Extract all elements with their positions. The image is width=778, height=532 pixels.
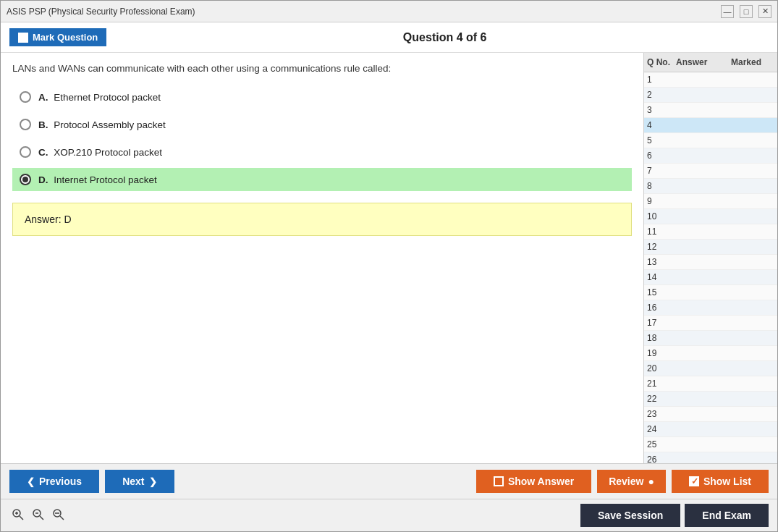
sidebar-row-marked [731,303,774,313]
sidebar-row-answer [676,166,731,176]
option-c-row[interactable]: C. XOP.210 Protocol packet [12,140,632,164]
zoom-reset-button[interactable] [30,506,46,525]
minimize-button[interactable]: — [721,5,734,18]
sidebar-row[interactable]: 24 [644,422,777,437]
zoom-in-button[interactable] [9,506,25,525]
end-exam-button[interactable]: End Exam [685,504,769,527]
show-answer-checkbox-icon [494,476,504,486]
sidebar-row-num: 12 [647,242,676,252]
sidebar-row[interactable]: 23 [644,407,777,422]
sidebar-row-num: 23 [647,409,676,419]
sidebar-row-answer [676,394,731,404]
sidebar-row[interactable]: 12 [644,240,777,255]
sidebar-row-num: 19 [647,348,676,358]
main-body: LANs and WANs can communicate with each … [1,53,777,463]
sidebar-row-answer [676,90,731,100]
review-dot-icon: ● [648,476,654,487]
sidebar-row[interactable]: 22 [644,392,777,407]
show-list-button[interactable]: Show List [672,470,769,493]
question-title: Question 4 of 6 [121,31,769,44]
previous-label: Previous [39,476,82,487]
sidebar-row-marked [731,394,774,404]
sidebar-row-num: 13 [647,257,676,267]
maximize-button[interactable]: □ [740,5,753,18]
question-panel: LANs and WANs can communicate with each … [1,53,643,463]
sidebar-row[interactable]: 20 [644,361,777,376]
option-b-radio [20,119,31,130]
sidebar-row-marked [731,272,774,282]
next-button[interactable]: Next ❯ [105,470,174,493]
sidebar-row[interactable]: 19 [644,346,777,361]
save-session-button[interactable]: Save Session [580,504,680,527]
sidebar-row[interactable]: 8 [644,179,777,194]
sidebar-row-num: 20 [647,363,676,373]
sidebar-col-qno: Q No. [647,57,676,67]
option-b-row[interactable]: B. Protocol Assembly packet [12,113,632,136]
zoom-reset-icon [31,507,44,520]
svg-line-1 [20,516,23,520]
sidebar-row-answer [676,363,731,373]
sidebar-row-num: 21 [647,379,676,389]
sidebar-row[interactable]: 9 [644,194,777,209]
option-a-text: Ethernet Protocol packet [54,92,161,103]
sidebar-row-num: 22 [647,394,676,404]
sidebar-row-answer [676,105,731,115]
sidebar-row-answer [676,211,731,221]
sidebar-row[interactable]: 15 [644,285,777,300]
sidebar-row[interactable]: 26 [644,452,777,463]
sidebar-row[interactable]: 14 [644,270,777,285]
sidebar-row[interactable]: 18 [644,331,777,346]
sidebar-row-answer [676,257,731,267]
sidebar-row-num: 26 [647,455,676,463]
sidebar-row-num: 17 [647,318,676,328]
sidebar-row-answer [676,348,731,358]
option-d-text: Internet Protocol packet [54,174,157,185]
sidebar-row-answer [676,439,731,449]
sidebar-row-num: 24 [647,424,676,434]
sidebar-row[interactable]: 1 [644,72,777,88]
sidebar-row-marked [731,242,774,252]
mark-question-button[interactable]: Mark Question [9,28,106,46]
close-button[interactable]: ✕ [758,5,771,18]
option-b-letter: B. [38,119,48,130]
previous-button[interactable]: ❮ Previous [9,470,99,493]
option-d-radio [20,174,31,185]
sidebar-row-answer [676,409,731,419]
zoom-out-button[interactable] [50,506,66,525]
window-title: ASIS PSP (Physical Security Professional… [7,7,195,17]
sidebar-row-num: 16 [647,303,676,313]
review-button[interactable]: Review ● [597,470,666,493]
answer-box: Answer: D [12,203,632,236]
show-list-label: Show List [703,476,751,487]
sidebar-row[interactable]: 11 [644,224,777,240]
footer-nav-bar: ❮ Previous Next ❯ Show Answer Review ● S… [1,463,777,499]
sidebar-row-marked [731,181,774,191]
sidebar-row[interactable]: 21 [644,376,777,392]
show-answer-button[interactable]: Show Answer [476,470,591,493]
sidebar-rows: 1 2 3 4 5 6 7 8 [644,72,777,463]
sidebar-row[interactable]: 13 [644,255,777,270]
option-a-radio [20,91,31,103]
sidebar-row[interactable]: 16 [644,300,777,316]
sidebar-row[interactable]: 17 [644,316,777,331]
sidebar-row[interactable]: 3 [644,103,777,118]
sidebar-row[interactable]: 7 [644,164,777,179]
option-b-text: Protocol Assembly packet [54,119,166,130]
answer-text: Answer: D [25,214,72,225]
sidebar-row-answer [676,75,731,85]
sidebar-row-answer [676,424,731,434]
sidebar-row-answer [676,227,731,237]
sidebar-row[interactable]: 6 [644,148,777,164]
option-a-letter: A. [38,92,48,103]
sidebar-row-marked [731,75,774,85]
sidebar-row[interactable]: 2 [644,88,777,103]
option-d-row[interactable]: D. Internet Protocol packet [12,168,632,191]
sidebar-row-answer [676,135,731,145]
sidebar-row[interactable]: 4 [644,118,777,133]
sidebar-row[interactable]: 25 [644,437,777,452]
sidebar-row[interactable]: 10 [644,209,777,224]
option-a-row[interactable]: A. Ethernet Protocol packet [12,85,632,109]
sidebar-row[interactable]: 5 [644,133,777,148]
sidebar-row-answer [676,196,731,206]
main-window: ASIS PSP (Physical Security Professional… [0,0,778,532]
